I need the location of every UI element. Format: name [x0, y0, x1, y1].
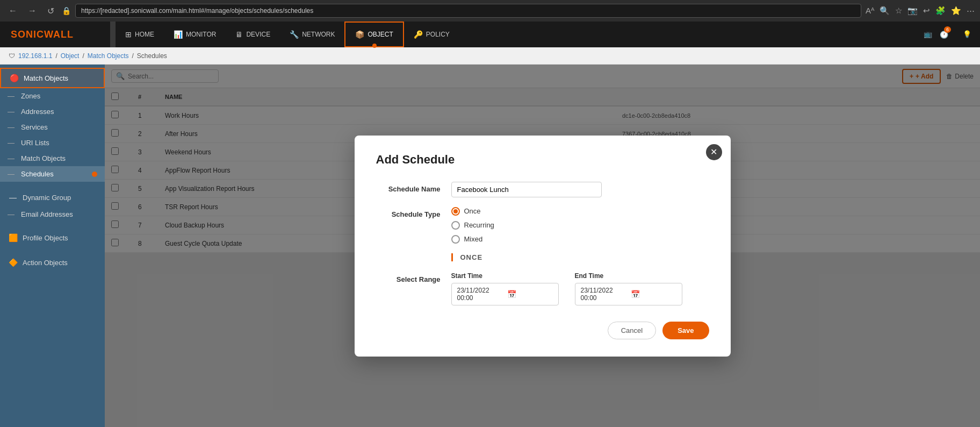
breadcrumb-sep3: / — [132, 52, 133, 60]
lock-icon: 🔒 — [62, 6, 71, 15]
nav-object[interactable]: 📦 OBJECT — [344, 22, 403, 47]
top-nav: SONICWALL ⊞ HOME 📊 MONITOR 🖥 DEVICE 🔧 NE… — [0, 22, 980, 47]
nav-device[interactable]: 🖥 DEVICE — [226, 22, 280, 47]
end-time-value: 23/11/2022 00:00 — [581, 287, 626, 302]
text-size-icon: Aᴬ — [866, 6, 874, 16]
nav-monitor-label: MONITOR — [186, 31, 216, 38]
radio-recurring-circle — [451, 221, 460, 230]
sidebar: 🔴 Match Objects — Zones — Addresses — Se… — [0, 65, 105, 427]
once-label: ONCE — [460, 253, 483, 261]
home-icon: ⊞ — [125, 30, 132, 39]
breadcrumb-object[interactable]: Object — [61, 52, 80, 60]
settings-icon: ⋯ — [967, 6, 975, 16]
back-button[interactable]: ← — [5, 4, 20, 18]
url-bar[interactable] — [75, 4, 861, 18]
save-button[interactable]: Save — [662, 322, 709, 339]
breadcrumb: 🛡 192.168.1.1 / Object / Match Objects /… — [0, 47, 980, 65]
sidebar-action-objects-header[interactable]: 🔶 Action Objects — [0, 253, 105, 272]
browser-bar: ← → ↺ 🔒 Aᴬ 🔍 ☆ 📷 ↩ 🧩 ⭐ ⋯ — [0, 0, 980, 22]
match-objects-icon: 🔴 — [9, 73, 19, 83]
match-objects-section: 🔴 Match Objects — Zones — Addresses — Se… — [0, 65, 105, 185]
breadcrumb-schedules: Schedules — [137, 52, 167, 60]
nav-network[interactable]: 🔧 NETWORK — [280, 22, 344, 47]
sidebar-item-uri-lists[interactable]: — URI Lists — [0, 135, 105, 151]
sidebar-match-objects-header[interactable]: 🔴 Match Objects — [0, 68, 105, 88]
schedule-name-label: Schedule Name — [376, 182, 441, 193]
sidebar-item-match-objects[interactable]: — Match Objects — [0, 151, 105, 166]
refresh-icon: ↩ — [923, 6, 930, 16]
logo: SONICWALL — [11, 29, 74, 40]
reload-button[interactable]: ↺ — [44, 4, 57, 18]
network-icon: 🔧 — [290, 30, 299, 39]
sidebar-dynamic-group-header[interactable]: — Dynamic Group — [0, 188, 105, 207]
modal-close-button[interactable]: ✕ — [706, 144, 722, 160]
end-time-calendar-icon[interactable]: 📅 — [631, 290, 676, 298]
nav-monitor[interactable]: 📊 MONITOR — [164, 22, 226, 47]
notification-icon[interactable]: 🕐6 — [940, 30, 955, 39]
radio-once[interactable]: Once — [451, 207, 709, 216]
sidebar-item-schedules[interactable]: — Schedules — [0, 166, 105, 182]
sidebar-item-email-addresses[interactable]: — Email Addresses — [0, 207, 105, 222]
nav-policy-label: POLICY — [426, 31, 450, 38]
nav-right: 📺 🕐6 💡 — [924, 30, 980, 39]
end-time-label: End Time — [575, 272, 682, 280]
dynamic-group-icon: — — [8, 192, 18, 203]
once-section: ONCE — [451, 253, 709, 261]
nav-home[interactable]: ⊞ HOME — [116, 22, 164, 47]
notif-badge: 6 — [944, 26, 951, 33]
radio-once-circle — [451, 207, 460, 216]
schedule-name-control — [451, 182, 709, 197]
radio-recurring[interactable]: Recurring — [451, 221, 709, 230]
cancel-button[interactable]: Cancel — [608, 322, 656, 339]
schedule-type-radio-group: Once Recurring Mixed — [451, 207, 709, 244]
breadcrumb-sep2: / — [82, 52, 84, 60]
logo-sonic: SONIC — [11, 29, 44, 40]
nav-object-label: OBJECT — [367, 31, 393, 38]
select-range-label: Select Range — [376, 272, 441, 283]
breadcrumb-sep1: / — [55, 52, 57, 60]
breadcrumb-shield: 🛡 — [9, 52, 15, 60]
breadcrumb-home[interactable]: 192.168.1.1 — [18, 52, 52, 60]
end-time-input-wrapper[interactable]: 23/11/2022 00:00 📅 — [575, 283, 682, 305]
user-icon: 💡 — [963, 30, 971, 38]
sidebar-action-label: Action Objects — [23, 259, 68, 267]
start-time-calendar-icon[interactable]: 📅 — [507, 290, 553, 298]
close-icon: ✕ — [710, 147, 717, 157]
schedule-name-row: Schedule Name — [376, 182, 709, 197]
nav-home-label: HOME — [135, 31, 154, 38]
profile-objects-icon: 🟧 — [8, 232, 18, 243]
sidebar-item-services[interactable]: — Services — [0, 119, 105, 135]
action-objects-icon: 🔶 — [8, 257, 18, 268]
profile-objects-section: 🟧 Profile Objects — [0, 225, 105, 250]
range-section: Start Time 23/11/2022 00:00 📅 End Time 2… — [451, 272, 709, 305]
sidebar-profile-objects-header[interactable]: 🟧 Profile Objects — [0, 229, 105, 247]
sidebar-uri-lists-label: URI Lists — [21, 139, 49, 147]
extensions-icon: 🧩 — [935, 6, 946, 16]
nav-network-label: NETWORK — [302, 31, 335, 38]
nav-policy[interactable]: 🔑 POLICY — [404, 22, 459, 47]
sidebar-item-addresses[interactable]: — Addresses — [0, 104, 105, 119]
monitor-status-icon: 📺 — [924, 30, 932, 38]
radio-mixed[interactable]: Mixed — [451, 235, 709, 244]
monitor-icon: 📊 — [174, 30, 183, 39]
main-layout: 🔴 Match Objects — Zones — Addresses — Se… — [0, 65, 980, 427]
add-schedule-modal: ✕ Add Schedule Schedule Name Schedule Ty… — [355, 136, 731, 357]
sidebar-email-label: Email Addresses — [21, 210, 73, 218]
radio-mixed-label: Mixed — [464, 235, 483, 243]
favorites-icon: ⭐ — [951, 6, 961, 16]
sidebar-services-label: Services — [21, 123, 48, 131]
select-range-row: Select Range Start Time 23/11/2022 00:00… — [376, 272, 709, 305]
start-time-label: Start Time — [451, 272, 559, 280]
schedule-name-input[interactable] — [451, 182, 602, 197]
screenshot-icon: 📷 — [907, 6, 918, 16]
schedule-type-label: Schedule Type — [376, 207, 441, 218]
schedule-type-row: Schedule Type Once Recurring Mixed — [376, 207, 709, 244]
forward-button[interactable]: → — [25, 4, 40, 18]
sidebar-zones-label: Zones — [21, 92, 40, 100]
sidebar-matchobj-label: Match Objects — [21, 154, 66, 162]
breadcrumb-match-objects[interactable]: Match Objects — [88, 52, 129, 60]
sidebar-item-zones[interactable]: — Zones — [0, 88, 105, 104]
start-time-input-wrapper[interactable]: 23/11/2022 00:00 📅 — [451, 283, 559, 305]
logo-area: SONICWALL — [5, 22, 110, 47]
radio-once-label: Once — [464, 207, 481, 215]
